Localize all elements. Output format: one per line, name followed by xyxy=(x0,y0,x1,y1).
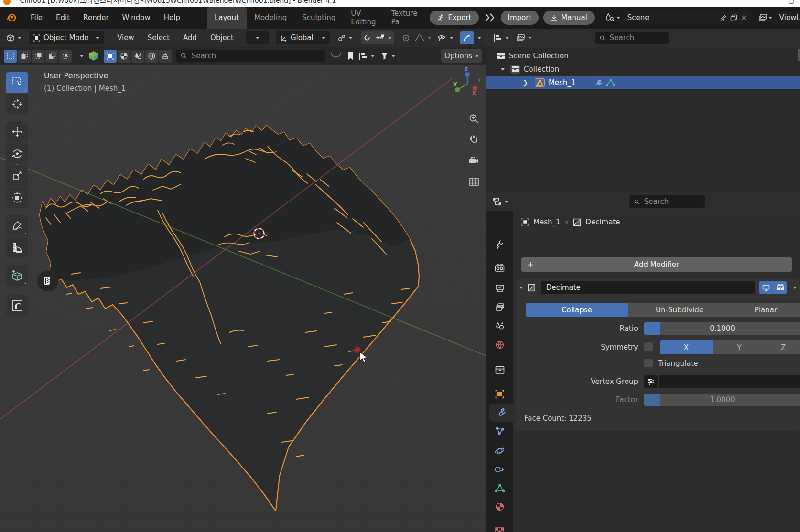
outliner-search-input[interactable] xyxy=(609,33,664,43)
row-collection[interactable]: Collection xyxy=(486,63,800,76)
options-dropdown[interactable]: Options xyxy=(441,49,482,63)
tab-world[interactable] xyxy=(486,336,513,354)
tab-collection-props[interactable] xyxy=(486,361,513,379)
modifier-extras-chevron-icon[interactable] xyxy=(793,287,797,289)
axis-z-button[interactable]: Z xyxy=(766,340,800,354)
outliner-scrollbar[interactable] xyxy=(798,49,800,61)
tool-scale[interactable] xyxy=(6,165,28,186)
axis-y-button[interactable]: Y xyxy=(713,340,766,354)
tab-output[interactable] xyxy=(486,279,513,298)
shading-solid-button[interactable] xyxy=(104,50,117,63)
unlink-icon[interactable]: × xyxy=(741,13,747,22)
add-modifier-button[interactable]: + Add Modifier xyxy=(521,257,792,272)
duplicate-icon[interactable] xyxy=(730,14,737,21)
panel-expand-chevron-icon[interactable] xyxy=(519,287,523,289)
shading-material-button[interactable] xyxy=(118,50,130,63)
orientation-dropdown[interactable]: Global xyxy=(276,31,330,44)
outliner-sync-dropdown[interactable] xyxy=(357,49,377,63)
tool-add-cube[interactable] xyxy=(6,265,28,286)
modifier-wrench-icon[interactable] xyxy=(595,79,603,87)
mode-dropdown[interactable]: Object Mode xyxy=(29,31,104,44)
tool-header-chevron-icon[interactable] xyxy=(80,55,84,57)
menu-file[interactable]: File xyxy=(24,13,49,22)
select-mode-subtract-button[interactable] xyxy=(32,50,44,63)
tool-search-field[interactable] xyxy=(176,50,325,62)
tool-cursor[interactable] xyxy=(6,94,28,115)
viewport-3d[interactable]: Y z x User Perspective (1) Collection | … xyxy=(0,65,486,532)
outliner-editor-type-button[interactable] xyxy=(491,31,511,44)
tool-search-input[interactable] xyxy=(191,51,320,61)
tab-constraints[interactable] xyxy=(486,460,513,479)
pan-view-icon[interactable] xyxy=(466,131,482,147)
scene-name-field[interactable]: Scene × xyxy=(623,11,751,24)
gizmo-chevron-icon[interactable] xyxy=(477,37,481,39)
modifier-name-field[interactable]: Decimate xyxy=(541,281,755,294)
visibility-dropdown[interactable] xyxy=(434,31,457,44)
menu-add[interactable]: Add xyxy=(176,33,204,42)
factor-slider[interactable]: 1.0000 xyxy=(644,394,800,406)
tab-sculpting[interactable]: Sculpting xyxy=(294,7,343,29)
proportional-falloff-dropdown[interactable] xyxy=(412,31,434,44)
tool-extra[interactable] xyxy=(6,295,28,316)
symmetry-checkbox[interactable] xyxy=(644,342,653,351)
row-mesh-selected[interactable]: ❯ Mesh_1 xyxy=(486,76,800,89)
tool-measure[interactable] xyxy=(6,237,28,258)
ortho-view-icon[interactable] xyxy=(466,174,482,190)
blender-menu-icon[interactable] xyxy=(6,12,17,23)
tab-mesh-data[interactable] xyxy=(486,479,513,497)
tab-texture[interactable] xyxy=(486,522,513,532)
panel-collapse-arrow[interactable]: ‹ xyxy=(478,75,481,84)
zoom-view-icon[interactable] xyxy=(466,111,482,127)
select-mode-extend-button[interactable] xyxy=(18,50,31,63)
tab-uv-editing[interactable]: UV Editing xyxy=(343,7,383,29)
breadcrumb-modifier[interactable]: Decimate xyxy=(585,218,620,226)
export-button[interactable]: Export xyxy=(430,11,478,25)
camera-view-icon[interactable] xyxy=(466,153,482,169)
select-mode-invert-button[interactable] xyxy=(45,50,58,63)
tool-transform[interactable] xyxy=(6,187,28,208)
scene-browse-icon[interactable] xyxy=(605,13,616,22)
viewport-popup-button[interactable] xyxy=(37,270,58,291)
snap-toggle[interactable] xyxy=(361,31,373,44)
collection-expand-icon[interactable] xyxy=(501,68,505,71)
properties-search-input[interactable] xyxy=(643,197,700,206)
outliner-display-mode-button[interactable] xyxy=(514,31,534,44)
tab-tool[interactable] xyxy=(486,235,513,254)
tool-annotate[interactable] xyxy=(6,215,28,236)
editor-type-button[interactable] xyxy=(3,31,25,44)
mode-planar[interactable]: Planar xyxy=(731,303,800,317)
scene-browse-chevron-icon[interactable] xyxy=(616,17,620,19)
tab-render[interactable] xyxy=(486,259,513,277)
tool-select-box[interactable] xyxy=(6,72,28,93)
row-scene-collection[interactable]: Scene Collection xyxy=(486,49,800,63)
falloff-pill-icon[interactable] xyxy=(328,49,344,63)
tab-material[interactable] xyxy=(486,498,513,516)
ratio-slider[interactable]: 0.1000 xyxy=(644,322,800,335)
shading-preview-button[interactable] xyxy=(131,50,144,63)
menu-edit[interactable]: Edit xyxy=(49,13,76,22)
tool-rotate[interactable] xyxy=(6,143,28,164)
menu-help[interactable]: Help xyxy=(157,13,187,22)
pivot-dropdown[interactable] xyxy=(335,31,356,44)
tab-view-layer[interactable] xyxy=(486,298,513,316)
tab-texture-paint[interactable]: Texture Pa xyxy=(383,7,425,29)
tab-object-props[interactable] xyxy=(486,385,513,403)
tab-layout[interactable]: Layout xyxy=(207,7,247,29)
shading-texture-button[interactable] xyxy=(159,50,172,63)
menu-select[interactable]: Select xyxy=(141,33,176,42)
tab-modeling[interactable]: Modeling xyxy=(247,7,294,29)
tab-scene[interactable] xyxy=(486,317,513,335)
mode-collapse[interactable]: Collapse xyxy=(526,303,628,317)
properties-search-field[interactable] xyxy=(629,195,705,208)
menu-window[interactable]: Window xyxy=(116,13,157,22)
vertex-group-field[interactable] xyxy=(659,375,800,388)
mode-unsubdivide[interactable]: Un-Subdivide xyxy=(628,303,731,317)
snap-settings-dropdown[interactable] xyxy=(373,31,394,44)
outliner-search-field[interactable] xyxy=(595,32,669,44)
proportional-edit-toggle[interactable] xyxy=(400,31,412,44)
menu-render[interactable]: Render xyxy=(76,13,115,22)
import-button[interactable]: Import xyxy=(501,11,539,25)
display-realtime-toggle[interactable] xyxy=(759,281,773,294)
gizmo-toggle[interactable] xyxy=(460,31,474,44)
pin-icon[interactable] xyxy=(720,14,727,21)
